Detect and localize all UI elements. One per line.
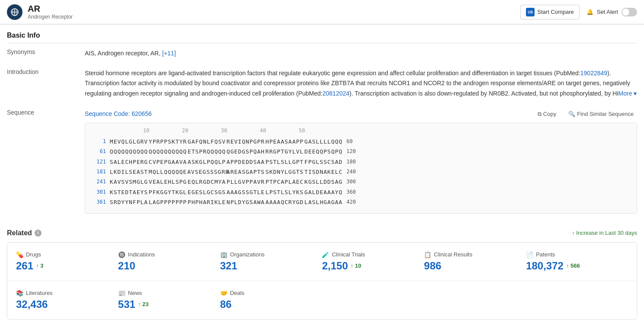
seq-block: PSTLSLLGPT [265,157,304,167]
sequence-row-item: 61 QQQQQQQQQQ QQQQQQQQQQ ETSPRQQQQQ QGED… [90,147,631,157]
sequence-row-item: 1 MEVQLGLGRV YPRPPSKTYR GAFQNLFQSV REVIQ… [90,137,631,147]
seq-end-num: 420 [346,198,362,207]
seq-start-num: 301 [90,188,106,197]
sequence-viewer[interactable]: 10 20 30 40 50 1 MEVQLGLGRV YPRPPSKTYR G… [85,123,637,213]
related-item[interactable]: 📄 Patents 180,372 ↑ 566 [526,251,628,272]
seq-block: LASLHGAGAA [304,197,343,207]
related-item[interactable]: 📚 Literatures 32,436 [16,290,118,310]
related-info-icon[interactable]: i [35,230,42,237]
related-item-header: 📋 Clinical Results [424,251,526,258]
copy-button[interactable]: ⧉ Copy [534,109,560,119]
sequence-row-item: 301 KSTEDTAEYS PFKGGYTKGL EGESLGCSGS AAA… [90,187,631,197]
seq-block: YPRPPSKTYR [148,137,187,147]
seq-block: SALECHPERG [109,157,148,167]
related-title: Related i [7,229,42,237]
app-header: AR Androgen Receptor U5 Start Compare 🔔 … [0,0,644,24]
alert-label: Set Alert [597,9,618,15]
sequence-container: 10 20 30 40 50 1 MEVQLGLGRV YPRPPSKTYR G… [85,123,637,214]
gene-name: Androgen Receptor [28,14,73,20]
seq-block: FPGLSSCSAD [304,157,343,167]
seq-block: PLLGVPPAVR [226,177,265,187]
count-value: 261 [16,260,33,272]
seq-block: VEALEHLSPG [148,177,187,187]
start-compare-button[interactable]: U5 Start Compare [520,5,580,19]
gene-symbol: AR [28,4,73,14]
seq-block: DEEQQPSQPQ [304,147,343,157]
seq-end-num: 60 [346,137,362,147]
pubmed2-link[interactable]: 20812024 [322,90,349,97]
seq-start-num: 361 [90,198,106,207]
count-value: 32,436 [16,298,48,310]
seq-end-num: 120 [346,147,362,157]
related-count: 86 [220,298,322,310]
seq-block: CVPEPGAAVA [148,157,187,167]
pubmed1-link[interactable]: 19022849 [580,70,607,77]
find-similar-button[interactable]: 🔍 Find Similar Sequence [565,109,637,119]
introduction-label: Introduction [7,68,85,98]
related-section: Related i ↑ Increase in Last 30 days 💊 D… [7,229,637,320]
seq-block: SRDYYNFPLA [109,197,148,207]
related-item[interactable]: 🧪 Clinical Trials 2,150 ↑ 10 [322,251,424,272]
seq-block: EQLRGDCMYA [187,177,226,187]
seq-block: NPLDYGSAWA [226,197,265,207]
related-label: Deals [230,290,244,296]
related-icon: 💊 [16,251,23,258]
related-item[interactable]: 📰 News 531 ↑ 23 [118,290,220,310]
sequence-rows: 1 MEVQLGLGRV YPRPPSKTYR GAFQNLFQSV REVIQ… [90,137,631,208]
introduction-row: Introduction Steroid hormone receptors a… [7,63,637,103]
seq-block: LKDILSEAST [109,167,148,177]
related-item[interactable]: 📋 Clinical Results 986 [424,251,526,272]
increase-label: ↑ Increase in Last 30 days [572,230,637,236]
seq-start-num: 181 [90,167,106,177]
related-label: Patents [536,251,555,258]
seq-start-num: 1 [90,137,106,147]
seq-block: SKDNYLGGTS [265,167,304,177]
sequence-header: Sequence Code: 620656 ⧉ Copy 🔍 Find Simi… [85,109,637,119]
related-item[interactable]: 💊 Drugs 261 ↑ 3 [16,251,118,272]
copy-icon: ⧉ [538,111,541,118]
related-item-header: 🏢 Organizations [220,251,322,258]
alert-toggle[interactable] [622,8,637,16]
seq-block: AAAAQCRYGD [265,197,304,207]
synonyms-content: AIS, Androgen receptor, AR, [+11] [85,48,637,58]
app-logo [7,4,22,20]
related-icon: 📄 [526,251,533,258]
related-label: Literatures [26,290,52,296]
sequence-label: Sequence [7,109,85,116]
seq-block: KGSLLDDSAG [304,177,343,187]
intro-text-1: Steroid hormone receptors are ligand-act… [85,70,580,77]
related-icon: 📚 [16,290,23,297]
related-count: 986 [424,260,526,272]
intro-text-3: ). Transcription activation is also down… [349,90,618,97]
related-label: Clinical Trials [332,251,365,258]
sequence-code-link[interactable]: Sequence Code: 620656 [85,109,152,118]
related-count: 32,436 [16,298,118,310]
related-count: 321 [220,260,322,272]
related-title-text: Related [7,229,32,237]
sequence-row: Sequence Sequence Code: 620656 ⧉ Copy 🔍 … [7,104,637,219]
sequence-actions: ⧉ Copy 🔍 Find Similar Sequence [534,109,637,119]
related-item[interactable]: 🤝 Deals 86 [220,290,322,310]
seq-block: EGESLGCSGS [187,187,226,197]
seq-block: ETSPRQQQQQ [187,147,226,157]
increase-badge: ↑ 10 [351,262,362,269]
increase-badge: ↑ 23 [138,301,149,307]
seq-block: LPSTLSLYKS [265,187,304,197]
seq-block: AREASGAPTS [226,167,265,177]
related-item[interactable]: 🏢 Organizations 321 [220,251,322,272]
introduction-content: Steroid hormone receptors are ligand-act… [85,68,637,98]
sequence-row-item: 121 SALECHPERG CVPEPGAAVA ASKGLPQQLP APP… [90,157,631,167]
more-link[interactable]: More ▾ [618,90,637,97]
increase-badge: ↑ 566 [566,262,580,269]
related-label: Drugs [26,251,41,258]
related-item-header: 🤝 Deals [220,290,322,297]
seq-block: ASKGLPQQLP [187,157,226,167]
related-item-header: 🔘 Indications [118,251,220,258]
related-icon: 📋 [424,251,431,258]
related-item[interactable]: 🔘 Indications 210 [118,251,220,272]
synonyms-more-link[interactable]: [+11] [162,50,176,57]
set-alert-control: 🔔 Set Alert [586,8,637,16]
related-icon: 🔘 [118,251,125,258]
sequence-row-item: 241 KAVSVSMGLG VEALEHLSPG EQLRGDCMYA PLL… [90,177,631,187]
seq-start-num: 61 [90,147,106,157]
